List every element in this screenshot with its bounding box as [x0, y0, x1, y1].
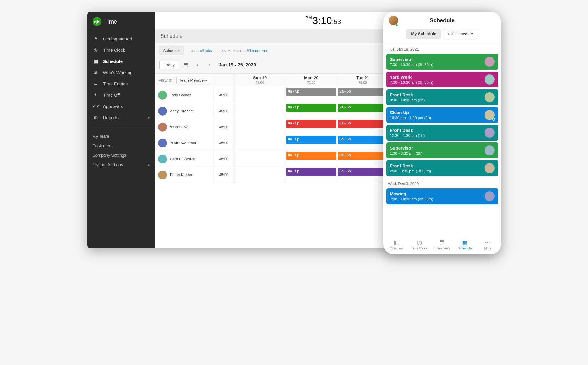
shift-block[interactable]: 8a - 5p: [338, 136, 388, 144]
shift-block[interactable]: 8a - 5p: [286, 136, 336, 144]
card-title: Yard Work: [390, 74, 433, 80]
grid-cell[interactable]: 8a - 5p: [286, 151, 337, 167]
view-by-label: VIEW BY: [159, 79, 173, 82]
day-header[interactable]: Tue 2172:00: [337, 74, 389, 87]
grid-cell[interactable]: [234, 119, 286, 135]
day-total-hours: 72:00: [234, 81, 286, 84]
mobile-tab-time-clock[interactable]: ◷Time Clock: [408, 239, 431, 250]
grid-cell[interactable]: 8a - 5p: [337, 119, 389, 135]
mobile-schedule-list[interactable]: Tue, Jan 19, 2021Supervisor7:00 - 10:30 …: [383, 43, 501, 236]
schedule-card[interactable]: Yard Work7:00 - 10:30 am (3h 30m): [386, 72, 498, 87]
tab-full-schedule[interactable]: Full Schedule: [443, 29, 478, 39]
member-avatar[interactable]: [158, 107, 167, 116]
sidebar-sub-customers[interactable]: Customers: [87, 141, 155, 150]
schedule-card[interactable]: Supervisor7:00 - 10:30 am (3h 30m): [386, 54, 498, 70]
grid-cell[interactable]: 8a - 5p: [286, 119, 337, 135]
grid-cell[interactable]: 8a - 5p: [286, 135, 337, 151]
sidebar-item-reports[interactable]: ◐Reports▶: [87, 112, 155, 123]
shift-block[interactable]: 8a - 5p: [286, 104, 336, 112]
schedule-card[interactable]: Front Desk12:30 - 1:30 pm (1h): [386, 125, 498, 141]
member-avatar[interactable]: [158, 171, 167, 179]
shift-block[interactable]: 8a - 5p: [286, 120, 336, 128]
sidebar-item-time-entries[interactable]: ≣Time Entries: [87, 78, 155, 89]
shift-block[interactable]: 8a - 5p: [286, 168, 336, 176]
sidebar-item-schedule[interactable]: ▦Schedule: [87, 56, 155, 67]
status-online-icon: [492, 118, 495, 121]
grid-cell[interactable]: 8a - 5p: [337, 151, 389, 167]
schedule-card[interactable]: Clean Up10:30 am - 1:30 pm (3h): [386, 107, 498, 123]
card-title: Front Desk: [390, 92, 425, 97]
shift-block[interactable]: 8a - 5p: [286, 88, 336, 96]
tab-my-schedule[interactable]: My Schedule: [406, 29, 441, 39]
sidebar-item-time-clock[interactable]: ◷Time Clock: [87, 44, 155, 56]
prev-week-button[interactable]: ‹: [193, 60, 203, 70]
card-title: Front Desk: [390, 163, 431, 168]
shift-block[interactable]: 8a - 5p: [338, 168, 388, 176]
shift-block[interactable]: 8a - 5p: [286, 152, 336, 160]
card-avatar: [485, 145, 495, 155]
grid-cell[interactable]: 8a - 5p: [286, 167, 337, 183]
member-avatar[interactable]: [158, 139, 167, 147]
brand: qb Time: [87, 12, 155, 33]
schedule-card[interactable]: Front Desk2:00 - 3:30 pm (1h 30m): [386, 160, 498, 176]
card-title: Mowing: [390, 191, 433, 196]
grid-cell[interactable]: 8a - 5p: [286, 87, 337, 103]
segmented-control: My Schedule Full Schedule: [383, 27, 501, 43]
grid-cell[interactable]: 8a - 5p: [286, 103, 337, 119]
shift-block[interactable]: 8a - 5p: [338, 104, 388, 112]
card-title: Supervisor: [390, 145, 423, 150]
brand-name: Time: [104, 18, 117, 25]
sidebar-item-label: Schedule: [103, 59, 123, 64]
mobile-header: Schedule: [383, 12, 501, 27]
sidebar-item-approvals[interactable]: ✔✔Approvals: [87, 100, 155, 112]
mobile-tab-more[interactable]: ⋯More: [476, 239, 499, 250]
sidebar-sub-feature-add-ons[interactable]: Feature Add-ons▶: [87, 160, 155, 169]
sidebar-item-getting-started[interactable]: ⚑Getting started: [87, 33, 155, 44]
status-online-icon: [395, 24, 398, 27]
grid-cell[interactable]: 8a - 5p: [337, 103, 389, 119]
schedule-card[interactable]: Mowing7:00 - 10:30 am (3h 30m): [386, 188, 498, 204]
member-avatar[interactable]: [158, 123, 167, 132]
mobile-tab-overview[interactable]: ▥Overview: [385, 239, 408, 250]
shift-block[interactable]: 8a - 5p: [338, 152, 388, 160]
grid-cell[interactable]: [234, 103, 286, 119]
mobile-date-header: Tue, Jan 19, 2021: [386, 43, 498, 54]
schedule-card[interactable]: Front Desk8:30 - 10:30 am (2h): [386, 89, 498, 105]
check-icon: ✔✔: [93, 103, 99, 109]
sidebar-sub-company-settings[interactable]: Company Settings: [87, 150, 155, 160]
mobile-tab-timesheets[interactable]: ≣Timesheets: [431, 239, 453, 250]
day-header[interactable]: Mon 2072:00: [286, 74, 337, 87]
grid-cell[interactable]: [234, 135, 286, 151]
schedule-card[interactable]: Supervisor1:30 - 3:30 pm (2h): [386, 142, 498, 158]
grid-cell[interactable]: [234, 151, 286, 167]
sidebar-sub-my-team[interactable]: My Team: [87, 132, 155, 141]
shift-block[interactable]: 8a - 5p: [338, 88, 388, 96]
shift-block[interactable]: 8a - 5p: [338, 120, 388, 128]
grid-cell[interactable]: 8a - 5p: [337, 87, 389, 103]
member-name: Vincent Ko: [170, 125, 189, 129]
team-members-filter[interactable]: All team me…: [247, 48, 271, 53]
next-week-button[interactable]: ›: [205, 60, 215, 70]
card-time: 10:30 am - 1:30 pm (3h): [390, 116, 431, 120]
sidebar-item-time-off[interactable]: ✈Time Off: [87, 89, 155, 100]
day-header[interactable]: Sun 1972:00: [234, 74, 286, 87]
grid-cell[interactable]: 8a - 5p: [337, 167, 389, 183]
grid-cell[interactable]: [234, 167, 286, 183]
date-range: Jan 19 - 25, 2020: [219, 62, 256, 68]
member-avatar[interactable]: [158, 91, 167, 100]
calendar-picker-icon[interactable]: [181, 60, 191, 70]
card-avatar: [485, 110, 495, 120]
today-button[interactable]: Today: [159, 61, 179, 69]
grid-cell[interactable]: [234, 87, 286, 103]
jobs-filter[interactable]: all jobs: [200, 48, 212, 53]
card-time: 7:00 - 10:30 am (3h 30m): [390, 62, 433, 67]
sidebar-item-who-s-working[interactable]: ◉Who's Working: [87, 67, 155, 78]
sidebar-divider: [93, 127, 150, 127]
grid-cell[interactable]: 8a - 5p: [337, 135, 389, 151]
actions-button[interactable]: Actions ▾: [159, 46, 184, 55]
card-avatar: [485, 163, 495, 173]
chevron-down-icon: ▾: [205, 78, 208, 82]
member-avatar[interactable]: [158, 155, 167, 163]
view-by-select[interactable]: Team Member▾: [176, 77, 210, 84]
mobile-tab-schedule[interactable]: ▦Schedule: [453, 239, 476, 250]
